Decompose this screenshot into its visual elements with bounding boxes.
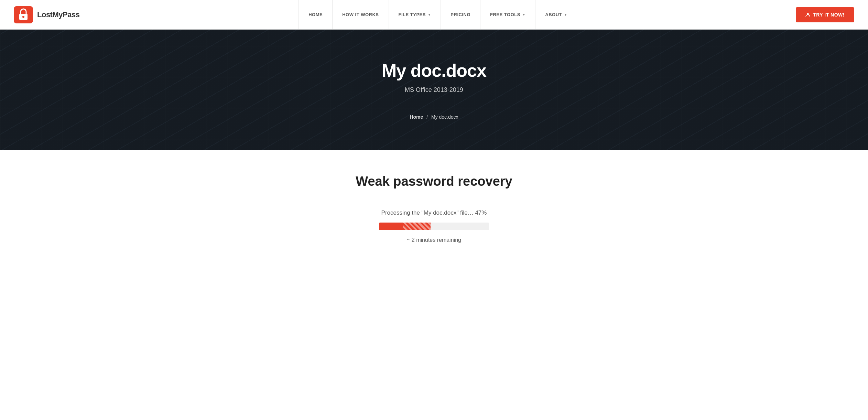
main-content: Weak password recovery Processing the "M… [0, 150, 868, 271]
breadcrumb-home-link[interactable]: Home [410, 114, 423, 120]
hero-content: My doc.docx MS Office 2013-2019 Home / M… [382, 60, 486, 120]
logo-icon [14, 6, 33, 23]
hero-subtitle: MS Office 2013-2019 [382, 86, 486, 94]
breadcrumb-separator: / [426, 114, 428, 120]
hero-title: My doc.docx [382, 60, 486, 81]
nav-home[interactable]: HOME [299, 0, 333, 29]
nav-how-it-works[interactable]: HOW IT WORKS [332, 0, 389, 29]
nav-free-tools[interactable]: FREE TOOLS ▼ [480, 0, 535, 29]
logo[interactable]: LostMyPass [14, 6, 79, 23]
progress-bar-fill [379, 223, 431, 230]
nav-file-types[interactable]: FILE TYPES ▼ [389, 0, 441, 29]
svg-point-2 [22, 16, 24, 18]
brand-name: LostMyPass [37, 10, 79, 19]
nav-about[interactable]: ABOUT ▼ [535, 0, 577, 29]
section-title: Weak password recovery [356, 174, 512, 189]
nav-pricing[interactable]: PRICING [441, 0, 480, 29]
breadcrumb-current: My doc.docx [431, 114, 458, 120]
progress-bar-container [379, 223, 489, 230]
header: LostMyPass HOME HOW IT WORKS FILE TYPES … [0, 0, 868, 30]
processing-label: Processing the "My doc.docx" file… 47% [381, 209, 487, 216]
main-nav: HOME HOW IT WORKS FILE TYPES ▼ PRICING F… [79, 0, 796, 29]
chevron-down-icon: ▼ [564, 13, 567, 17]
breadcrumb: Home / My doc.docx [382, 114, 486, 120]
chevron-down-icon: ▼ [428, 13, 431, 17]
chevron-down-icon: ▼ [522, 13, 525, 17]
try-it-now-button[interactable]: TRY IT NOW! [796, 7, 854, 22]
time-remaining: ~ 2 minutes remaining [407, 237, 461, 243]
user-icon [805, 12, 810, 17]
hero-section: My doc.docx MS Office 2013-2019 Home / M… [0, 30, 868, 150]
